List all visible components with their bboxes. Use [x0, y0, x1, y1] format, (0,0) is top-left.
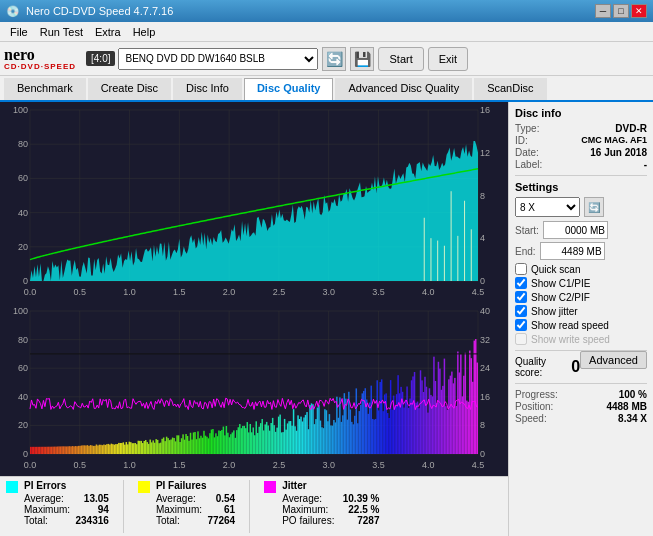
- pi-errors-avg-label: Average:: [24, 493, 64, 504]
- save-icon[interactable]: 💾: [350, 47, 374, 71]
- pi-errors-max-val: 94: [98, 504, 109, 515]
- disc-id-val: CMC MAG. AF1: [581, 135, 647, 146]
- quality-score-value: 0: [571, 358, 580, 376]
- tab-disc-info[interactable]: Disc Info: [173, 78, 242, 100]
- speed-label: Speed:: [515, 413, 547, 424]
- charts-container: [0, 102, 508, 476]
- progress-val: 100 %: [619, 389, 647, 400]
- progress-row: Progress: 100 %: [515, 389, 647, 400]
- tab-advanced-disc-quality[interactable]: Advanced Disc Quality: [335, 78, 472, 100]
- c1-pie-label: Show C1/PIE: [531, 278, 590, 289]
- quality-score-label: Quality score:: [515, 356, 571, 378]
- menu-extra[interactable]: Extra: [89, 25, 127, 39]
- quick-scan-label: Quick scan: [531, 264, 580, 275]
- content-area: PI Errors Average: 13.05 Maximum: 94 Tot…: [0, 102, 653, 536]
- write-speed-row: Show write speed: [515, 333, 647, 345]
- end-input[interactable]: [540, 242, 605, 260]
- pi-failures-total-val: 77264: [207, 515, 235, 526]
- write-speed-label: Show write speed: [531, 334, 610, 345]
- c2-pif-row: Show C2/PIF: [515, 291, 647, 303]
- end-label: End:: [515, 246, 536, 257]
- pi-failures-max-val: 61: [224, 504, 235, 515]
- read-speed-checkbox[interactable]: [515, 319, 527, 331]
- jitter-checkbox[interactable]: [515, 305, 527, 317]
- top-chart: [0, 102, 508, 303]
- jitter-avg-val: 10.39 %: [343, 493, 380, 504]
- drive-label: [4:0]: [86, 51, 115, 66]
- write-speed-checkbox: [515, 333, 527, 345]
- speed-row: 8 X 4 X Max 16 X 🔄: [515, 197, 647, 217]
- position-label: Position:: [515, 401, 553, 412]
- close-button[interactable]: ✕: [631, 4, 647, 18]
- jitter-checkbox-label: Show jitter: [531, 306, 578, 317]
- pi-failures-group: PI Failures Average: 0.54 Maximum: 61 To…: [138, 480, 235, 533]
- pi-failures-max-label: Maximum:: [156, 504, 202, 515]
- jitter-row: Show jitter: [515, 305, 647, 317]
- progress-section: Progress: 100 % Position: 4488 MB Speed:…: [515, 389, 647, 424]
- pi-errors-total-val: 234316: [76, 515, 109, 526]
- disc-label-val: -: [644, 159, 647, 170]
- pi-failures-color: [138, 481, 150, 493]
- speed-refresh-icon[interactable]: 🔄: [584, 197, 604, 217]
- tab-scandisc[interactable]: ScanDisc: [474, 78, 546, 100]
- quality-score-row: Quality score: 0: [515, 356, 580, 378]
- pi-errors-total-label: Total:: [24, 515, 48, 526]
- position-val: 4488 MB: [606, 401, 647, 412]
- tab-disc-quality[interactable]: Disc Quality: [244, 78, 334, 100]
- c1-pie-checkbox[interactable]: [515, 277, 527, 289]
- jitter-max-label: Maximum:: [282, 504, 328, 515]
- pi-errors-avg-val: 13.05: [84, 493, 109, 504]
- maximize-button[interactable]: □: [613, 4, 629, 18]
- tab-benchmark[interactable]: Benchmark: [4, 78, 86, 100]
- refresh-icon[interactable]: 🔄: [322, 47, 346, 71]
- logo: nero CD·DVD·SPEED: [4, 47, 76, 71]
- tab-create-disc[interactable]: Create Disc: [88, 78, 171, 100]
- side-panel: Disc info Type: DVD-R ID: CMC MAG. AF1 D…: [508, 102, 653, 536]
- start-input[interactable]: [543, 221, 608, 239]
- disc-date-val: 16 Jun 2018: [590, 147, 647, 158]
- pi-errors-color: [6, 481, 18, 493]
- exit-button[interactable]: Exit: [428, 47, 468, 71]
- pi-failures-label: PI Failures: [156, 480, 235, 491]
- start-label: Start:: [515, 225, 539, 236]
- quick-scan-checkbox[interactable]: [515, 263, 527, 275]
- tabs: Benchmark Create Disc Disc Info Disc Qua…: [0, 76, 653, 102]
- disc-type-row: Type: DVD-R: [515, 123, 647, 134]
- menu-file[interactable]: File: [4, 25, 34, 39]
- jitter-group: Jitter Average: 10.39 % Maximum: 22.5 % …: [264, 480, 379, 533]
- start-button[interactable]: Start: [378, 47, 423, 71]
- toolbar: nero CD·DVD·SPEED [4:0] BENQ DVD DD DW16…: [0, 42, 653, 76]
- menu-help[interactable]: Help: [127, 25, 162, 39]
- pi-errors-group: PI Errors Average: 13.05 Maximum: 94 Tot…: [6, 480, 109, 533]
- jitter-color: [264, 481, 276, 493]
- disc-id-row: ID: CMC MAG. AF1: [515, 135, 647, 146]
- app-title: Nero CD-DVD Speed 4.7.7.16: [26, 5, 173, 17]
- title-bar: 💿 Nero CD-DVD Speed 4.7.7.16 ─ □ ✕: [0, 0, 653, 22]
- speed-val: 8.34 X: [618, 413, 647, 424]
- drive-selector: [4:0] BENQ DVD DD DW1640 BSLB: [86, 48, 318, 70]
- pi-errors-label: PI Errors: [24, 480, 109, 491]
- start-mb-row: Start:: [515, 221, 647, 239]
- minimize-button[interactable]: ─: [595, 4, 611, 18]
- disc-type-val: DVD-R: [615, 123, 647, 134]
- c1-pie-row: Show C1/PIE: [515, 277, 647, 289]
- disc-date-row: Date: 16 Jun 2018: [515, 147, 647, 158]
- c2-pif-checkbox[interactable]: [515, 291, 527, 303]
- pi-errors-max-label: Maximum:: [24, 504, 70, 515]
- settings-title: Settings: [515, 181, 647, 193]
- speed-select[interactable]: 8 X 4 X Max 16 X: [515, 197, 580, 217]
- app-icon: 💿: [6, 5, 20, 18]
- disc-id-key: ID:: [515, 135, 528, 146]
- disc-info-title: Disc info: [515, 107, 647, 119]
- bottom-chart: [0, 303, 508, 476]
- jitter-avg-label: Average:: [282, 493, 322, 504]
- disc-type-key: Type:: [515, 123, 539, 134]
- read-speed-label: Show read speed: [531, 320, 609, 331]
- pi-failures-avg-label: Average:: [156, 493, 196, 504]
- jitter-po-label: PO failures:: [282, 515, 334, 526]
- drive-dropdown[interactable]: BENQ DVD DD DW1640 BSLB: [118, 48, 318, 70]
- position-row: Position: 4488 MB: [515, 401, 647, 412]
- progress-label: Progress:: [515, 389, 558, 400]
- menu-run-test[interactable]: Run Test: [34, 25, 89, 39]
- advanced-button[interactable]: Advanced: [580, 351, 647, 369]
